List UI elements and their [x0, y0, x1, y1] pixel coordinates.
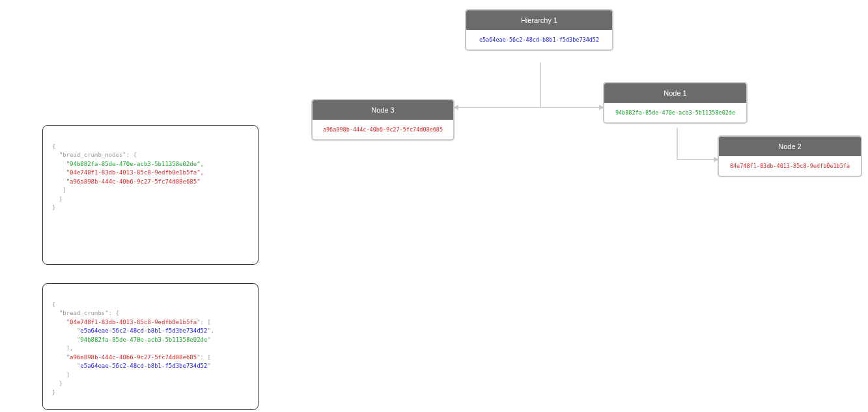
node-uuid: 04e748f1-83db-4013-85c8-9edfb0e1b5fa — [719, 156, 861, 176]
node-root: Hierarchy 1 e5a64eae-56c2-48cd-b8b1-f5d3… — [465, 9, 613, 51]
code-line: ] — [52, 372, 70, 378]
code-line: { — [52, 143, 55, 150]
code-line: } — [52, 380, 63, 387]
code-line: } — [52, 389, 55, 396]
uuid-green: "94b882fa-85de-470e-acb3-5b11358e02de", — [52, 161, 204, 167]
code-line: } — [52, 196, 63, 202]
node-title: Node 2 — [719, 137, 861, 156]
code-line: ] — [52, 187, 66, 193]
code-line: { — [52, 301, 55, 308]
node-uuid: 94b882fa-85de-470e-acb3-5b11358e02de — [604, 103, 746, 122]
node-uuid: e5a64eae-56c2-48cd-b8b1-f5d3be734d52 — [466, 30, 612, 49]
code-line: "04e748f1-83db-4013-85c8-9edfb0e1b5fa": … — [52, 319, 211, 325]
code-line: "e5a64eae-56c2-48cd-b8b1-f5d3be734d52", — [52, 327, 214, 334]
code-line: "e5a64eae-56c2-48cd-b8b1-f5d3be734d52" — [52, 363, 211, 369]
code-line: "a96a898b-444c-40b6-9c27-5fc74d08e685": … — [52, 354, 211, 361]
code-line: "94b882fa-85de-470e-acb3-5b11358e02de" — [52, 336, 211, 343]
node-3: Node 3 a96a898b-444c-40b6-9c27-5fc74d08e… — [311, 99, 455, 141]
node-title: Node 3 — [313, 100, 453, 120]
node-title: Hierarchy 1 — [466, 10, 612, 30]
code-line: "bread_crumbs": { — [52, 310, 119, 316]
code-line: "bread_crumb_nodes": { — [52, 152, 137, 158]
node-1: Node 1 94b882fa-85de-470e-acb3-5b11358e0… — [603, 82, 748, 124]
uuid-red: "a96a898b-444c-40b6-9c27-5fc74d08e685" — [52, 178, 201, 185]
hierarchy-diagram: Hierarchy 1 e5a64eae-56c2-48cd-b8b1-f5d3… — [300, 0, 866, 260]
code-line: ], — [52, 345, 74, 351]
uuid-red: "04e748f1-83db-4013-85c8-9edfb0e1b5fa", — [52, 169, 204, 176]
json-panel-breadcrumbs: { "bread_crumbs": { "04e748f1-83db-4013-… — [42, 283, 259, 410]
node-2: Node 2 04e748f1-83db-4013-85c8-9edfb0e1b… — [718, 135, 862, 177]
code-line: } — [52, 204, 55, 211]
node-uuid: a96a898b-444c-40b6-9c27-5fc74d08e685 — [313, 120, 453, 139]
node-title: Node 1 — [604, 83, 746, 103]
json-panel-breadcrumb-nodes: { "bread_crumb_nodes": { "94b882fa-85de-… — [42, 125, 259, 265]
